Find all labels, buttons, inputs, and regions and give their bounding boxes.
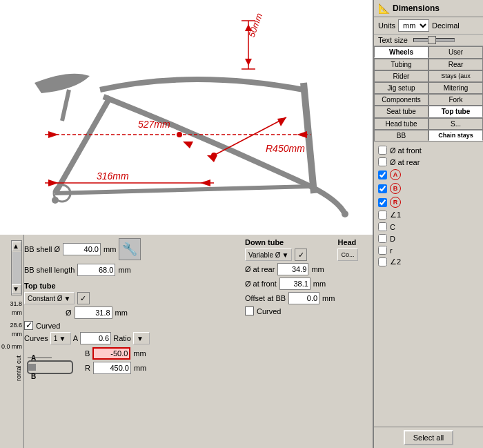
tab-row-7: Head tube S... xyxy=(374,118,483,130)
bb-length-input[interactable] xyxy=(77,264,115,276)
R-input[interactable] xyxy=(93,362,131,374)
tab-stays-aux[interactable]: Stays (aux xyxy=(428,70,483,81)
bb-shell-input[interactable] xyxy=(63,243,101,255)
tube-diagram: A B xyxy=(24,347,79,385)
scroll-down[interactable]: ▼ xyxy=(12,284,21,294)
down-tube-type-dropdown[interactable]: Variable Ø ▼ xyxy=(245,249,292,261)
bb-icon: 🔧 xyxy=(119,238,141,260)
svg-point-4 xyxy=(342,211,348,217)
decimal-label: Decimal xyxy=(432,21,460,30)
dimensions-panel: 📐 Dimensions Units mm in Decimal Text si… xyxy=(373,0,483,448)
dimensions-icon: 📐 xyxy=(378,3,390,14)
panel-title: 📐 Dimensions xyxy=(374,0,483,17)
tab-fork[interactable]: Fork xyxy=(428,94,483,105)
curved2-checkbox[interactable] xyxy=(245,306,254,315)
R-label: R xyxy=(85,364,90,372)
tab-s[interactable]: S... xyxy=(428,118,483,129)
top-tube-header: Top tube xyxy=(24,282,255,290)
at-rear-input[interactable] xyxy=(277,263,308,275)
curved-checkbox[interactable] xyxy=(24,321,33,330)
top-tube-type-dropdown[interactable]: Constant Ø ▼ xyxy=(24,292,75,304)
offset-bb-label: Offset at BB xyxy=(245,294,286,302)
text-size-slider[interactable] xyxy=(413,38,455,42)
tab-rear[interactable]: Rear xyxy=(428,59,483,70)
dim-316mm: 316mm xyxy=(97,171,129,182)
B-unit: mm xyxy=(133,349,146,358)
check-at-rear[interactable] xyxy=(378,157,387,166)
tab-row-5: Components Fork xyxy=(374,94,483,106)
tab-rider[interactable]: Rider xyxy=(374,70,428,81)
tab-row-3: Rider Stays (aux xyxy=(374,70,483,82)
check-B[interactable] xyxy=(378,184,387,193)
bb-shell-unit: mm xyxy=(103,245,116,253)
check-C-label: C xyxy=(390,223,395,231)
tab-row-4: Jig setup Mitering xyxy=(374,82,483,94)
select-all-area: Select all xyxy=(374,427,483,448)
scroll-up[interactable]: ▲ xyxy=(12,242,21,251)
check-B-circle: B xyxy=(390,183,401,194)
check-R-circle: R xyxy=(390,197,401,208)
ratio-dropdown[interactable]: ▼ xyxy=(133,332,150,344)
units-label: Units xyxy=(378,21,395,30)
side-value-1: 31.8 mm xyxy=(1,300,22,317)
diameter-input[interactable] xyxy=(75,306,112,319)
svg-text:B: B xyxy=(31,373,36,380)
tab-head-tube[interactable]: Head tube xyxy=(374,118,428,129)
tab-user[interactable]: User xyxy=(428,46,483,58)
tab-wheels[interactable]: Wheels xyxy=(374,46,428,58)
check-A[interactable] xyxy=(378,171,387,179)
curved-label: Curved xyxy=(36,322,60,330)
down-tube-check-btn[interactable]: ✓ xyxy=(295,249,307,261)
tab-chain-stays[interactable]: Chain stays xyxy=(428,130,483,141)
B-input[interactable] xyxy=(92,347,130,360)
R-unit: mm xyxy=(134,364,146,372)
check-angle2[interactable] xyxy=(378,257,387,266)
diameter-symbol: Ø xyxy=(66,309,72,317)
head-dropdown[interactable]: Co... xyxy=(337,249,358,261)
units-select[interactable]: mm in xyxy=(398,19,429,32)
check-D-label: D xyxy=(390,235,395,243)
bike-diagram: 50mm 527mm R450mm 316mm xyxy=(0,0,373,235)
curves-label: Curves xyxy=(24,334,48,342)
check-angle2-label: ∠2 xyxy=(390,257,401,266)
tab-components[interactable]: Components xyxy=(374,94,428,105)
tab-seat-tube[interactable]: Seat tube xyxy=(374,106,428,117)
slider-thumb[interactable] xyxy=(428,36,436,44)
svg-point-16 xyxy=(177,132,182,137)
tab-mitering[interactable]: Mitering xyxy=(428,82,483,93)
offset-bb-input[interactable] xyxy=(288,292,319,304)
tab-row-8: BB Chain stays xyxy=(374,130,483,142)
dim-527mm: 527mm xyxy=(138,119,170,130)
tab-bb[interactable]: BB xyxy=(374,130,428,141)
bottom-right-panel: Down tube Variable Ø ▼ ✓ Ø at rear mm Ø … xyxy=(245,238,373,318)
tab-tubing[interactable]: Tubing xyxy=(374,59,428,70)
down-tube-header: Down tube xyxy=(245,238,335,246)
panel-title-text: Dimensions xyxy=(393,3,440,13)
curved2-label: Curved xyxy=(257,307,281,315)
check-at-front-label: Ø at front xyxy=(390,146,422,155)
at-front-input[interactable] xyxy=(279,277,310,290)
scroll-track xyxy=(12,252,21,284)
side-panel: ▲ ▼ 31.8 mm 28.6 mm 0.0 mm rontal cut xyxy=(0,235,24,448)
top-tube-check-btn[interactable]: ✓ xyxy=(77,292,90,304)
horizontal-cut-label: rontal cut xyxy=(15,356,22,397)
scrollbar[interactable]: ▲ ▼ xyxy=(11,240,22,295)
curves-value: 1 xyxy=(54,335,58,342)
tab-row-1: Wheels User xyxy=(374,46,483,59)
check-angle1[interactable] xyxy=(378,211,387,220)
check-C[interactable] xyxy=(378,222,387,231)
tab-jig-setup[interactable]: Jig setup xyxy=(374,82,428,93)
tab-top-tube[interactable]: Top tube xyxy=(428,106,483,117)
svg-rect-26 xyxy=(28,364,36,371)
check-D[interactable] xyxy=(378,234,387,243)
check-r-label: r xyxy=(390,246,393,255)
check-at-rear-label: Ø at rear xyxy=(390,158,420,166)
check-A-circle: A xyxy=(390,169,401,180)
tab-row-2: Tubing Rear xyxy=(374,59,483,70)
curves-dropdown[interactable]: 1 ▼ xyxy=(50,332,71,344)
select-all-button[interactable]: Select all xyxy=(404,430,454,445)
check-r[interactable] xyxy=(378,246,387,255)
A-input[interactable] xyxy=(80,332,111,344)
check-at-front[interactable] xyxy=(378,146,387,155)
check-R[interactable] xyxy=(378,198,387,207)
